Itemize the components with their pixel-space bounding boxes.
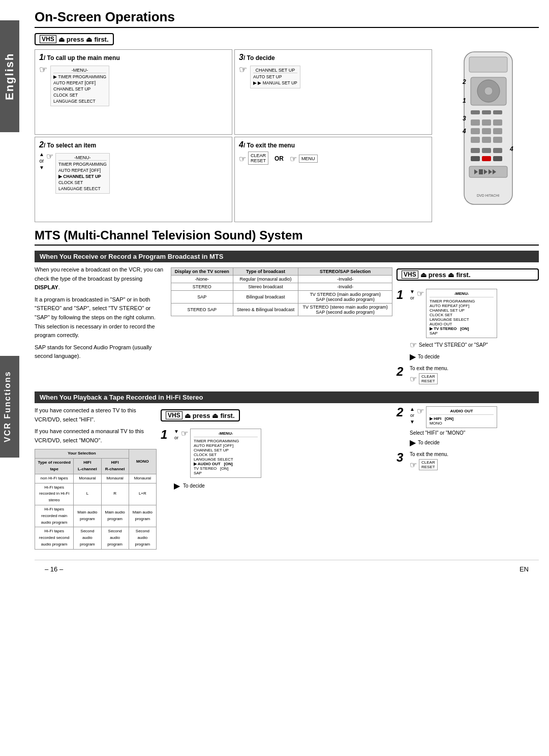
mts-cell-4-2: Stereo & Bilingual broadcast: [233, 304, 298, 316]
hifi-step-2: 2 ▲ or ▼ ☞ AUDIO OUT ▶ HIFI [ON] MONO: [396, 406, 539, 447]
mts-cell-1-1: -None-: [171, 276, 233, 283]
svg-rect-19: [493, 148, 502, 153]
mts-bullet-1: When you receive a broadcast on the VCR,…: [35, 265, 167, 292]
mts-hand-decide: ☞: [410, 340, 417, 350]
hifi-bullet-1: If you have connected a stereo TV to thi…: [35, 406, 157, 424]
hifi-mono-item: MONO: [430, 421, 494, 426]
menu-display-2: -MENU- TIMER PROGRAMMING AUTO REPEAT [OF…: [55, 153, 110, 194]
menu-display-3: CHANNEL SET UP AUTO SET UP ▶ MANUAL SET …: [250, 66, 300, 88]
footer-page-number: – 16 –: [45, 565, 63, 573]
hifi-select-label: Select "HIFI" or "MONO": [410, 430, 539, 436]
hifi-right-steps: 2 ▲ or ▼ ☞ AUDIO OUT ▶ HIFI [ON] MONO: [396, 406, 539, 470]
mts-layout: When you receive a broadcast on the VCR,…: [35, 265, 539, 384]
svg-rect-18: [482, 148, 491, 153]
menu-item-clock: CLOCK SET: [53, 93, 106, 99]
mts-menu-item-8: SAP: [430, 331, 494, 336]
menu-display-1: -MENU- TIMER PROGRAMMING AUTO REPEAT [OF…: [50, 66, 109, 106]
display-keyword: DISPLAY: [35, 284, 58, 290]
mts-cell-4-3: TV STEREO (stereo main audio program)SAP…: [298, 304, 392, 316]
step-4-number: 4: [239, 140, 243, 149]
hifi-m7: TV STEREO [ON]: [194, 466, 258, 471]
svg-rect-17: [471, 148, 480, 153]
eject-icon: ⏏: [58, 36, 65, 43]
mts-menu-item-1: TIMER PROGRAMMING: [430, 299, 494, 304]
mts-first-text: first.: [456, 271, 470, 279]
hifi-vcr-icon: ⏏: [212, 412, 218, 419]
mts-cell-3-2: Bilingual broadcast: [233, 291, 298, 304]
hifi-menu-title: -MENU-: [194, 431, 258, 437]
step-2-box: 2/ To select an item ▲ or ▼ ☞ -MENU- TIM…: [35, 137, 232, 222]
svg-rect-14: [471, 137, 480, 143]
menu-item-channel-2: CHANNEL SET UP: [58, 174, 107, 180]
svg-rect-5: [471, 110, 480, 114]
page-title: On-Screen Operations: [35, 9, 539, 28]
hifi-r1-l: Monaural: [74, 474, 101, 483]
mts-vcr-icon: ⏏: [448, 271, 454, 279]
auto-setup: AUTO SET UP: [253, 74, 297, 80]
hifi-clear-icon: ☞: [410, 460, 417, 470]
mts-cell-1-2: Regular (monaural audio): [233, 276, 298, 283]
mts-cell-3-3: TV STEREO (main audio program)SAP (secon…: [298, 291, 392, 304]
hifi-m2: AUTO REPEAT [OFF]: [194, 443, 258, 448]
mts-title: MTS (Multi-Channel Television Sound) Sys…: [35, 228, 539, 246]
svg-text:3: 3: [463, 115, 466, 122]
hifi-hand-icon-1: ☞: [181, 429, 188, 438]
hifi-press-text: press: [193, 412, 210, 419]
hifi-row-3: Hi-Fi tapes recorded main audio program …: [35, 505, 157, 527]
hifi-hifi-item: ▶ HIFI [ON]: [430, 416, 494, 421]
hand-icon-2: ☞: [46, 152, 53, 161]
step-4-box: 4/ To exit the menu ☞ CLEARRESET OR ☞ ME…: [234, 137, 432, 222]
svg-rect-26: [481, 169, 483, 174]
vcr-icon: ⏏: [86, 36, 92, 43]
hifi-r4-type: Hi-Fi tapes recorded second audio progra…: [35, 527, 74, 549]
mts-row-3: SAP Bilingual broadcast TV STEREO (main …: [171, 291, 392, 304]
hifi-step-1: 1 ▼ or ☞ -MENU- TIMER PROGRAMMING AUTO R…: [161, 429, 392, 491]
hifi-step-1-content: ▼ or ☞ -MENU- TIMER PROGRAMMING AUTO REP…: [174, 429, 392, 491]
mts-menu-box-1: -MENU- TIMER PROGRAMMING AUTO REPEAT [OF…: [426, 289, 497, 338]
svg-text:4: 4: [509, 145, 513, 153]
mts-bullet-2: It a program is broadcasted in "SAP" or …: [35, 295, 167, 340]
mts-eject-icon: ⏏: [420, 271, 426, 279]
hifi-m1: TIMER PROGRAMMING: [194, 439, 258, 443]
mts-cell-1-3: -Invalid-: [298, 276, 392, 283]
mts-table-area: Display on the TV screen Type of broadca…: [171, 265, 392, 316]
col-stereo-sap: STEREO/SAP Selection: [298, 268, 392, 276]
hifi-press-first: VHS ⏏ press ⏏ first.: [161, 409, 240, 421]
mts-cell-2-1: STEREO: [171, 283, 233, 291]
hifi-r3-type: Hi-Fi tapes recorded main audio program: [35, 505, 74, 527]
svg-rect-7: [493, 110, 502, 114]
hifi-menu-box-2: AUDIO OUT ▶ HIFI [ON] MONO: [426, 406, 497, 428]
hifi-middle-area: VHS ⏏ press ⏏ first. 1 ▼ or ☞ -M: [161, 406, 392, 491]
steps-grid: 1/ To call up the main menu ☞ -MENU- TIM…: [35, 49, 432, 222]
or-divider: OR: [272, 153, 286, 164]
hifi-r2-m: L+R: [129, 483, 156, 505]
mts-cell-3-1: SAP: [171, 291, 233, 304]
hifi-layout: If you have connected a stereo TV to thi…: [35, 406, 539, 550]
remote-control-svg: 2 1 3 4 4 DVD HITACHI: [441, 49, 535, 222]
step-3-box: 3/ To decide ☞ CHANNEL SET UP AUTO SET U…: [234, 49, 432, 135]
hifi-your-selection: Your Selection: [35, 449, 129, 459]
hifi-r2-l: L: [74, 483, 101, 505]
menu-title-2: -MENU-: [58, 155, 107, 161]
hifi-row-4: Hi-Fi tapes recorded second audio progra…: [35, 527, 157, 549]
hifi-mono-header: MONO: [129, 449, 156, 474]
menu-item-clock-2: CLOCK SET: [58, 180, 107, 186]
hifi-r4-r: Second audio program: [101, 527, 129, 549]
mts-select-label: Select "TV STEREO" or "SAP": [419, 342, 488, 348]
mts-steps-area: VHS ⏏ press ⏏ first. 1 ▼ or ☞: [396, 265, 539, 384]
step-4-label: 4/ To exit the menu: [239, 140, 428, 149]
step-2-label: 2/ To select an item: [39, 140, 228, 149]
press-first-badge: VHS ⏏ press ⏏ first.: [35, 33, 114, 45]
mts-row-4: STEREO SAP Stereo & Bilingual broadcast …: [171, 304, 392, 316]
channel-setup-title: CHANNEL SET UP: [253, 68, 297, 73]
svg-rect-6: [482, 110, 491, 114]
hifi-clear-btn: CLEARRESET: [419, 459, 438, 470]
mts-menu-item-4: CLOCK SET: [430, 313, 494, 317]
hifi-r1-r: Monaural: [101, 474, 129, 483]
mts-menu-item-7: ▶ TV STEREO [ON]: [430, 326, 494, 331]
hifi-row-2: Hi-Fi tapes recorded in Hi-Fi stereo L R…: [35, 483, 157, 505]
menu-item-autorepeat-2: AUTO REPEAT [OFF]: [58, 168, 107, 174]
menu-item-timer: TIMER PROGRAMMING: [53, 74, 106, 80]
hifi-eject-icon: ⏏: [185, 412, 191, 419]
hifi-vhs-logo: VHS: [166, 411, 182, 419]
